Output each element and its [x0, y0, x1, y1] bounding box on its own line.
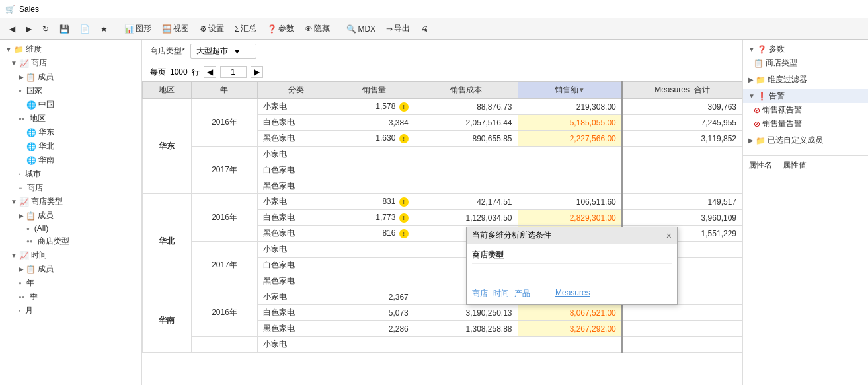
sidebar-item-quarter[interactable]: ●● 季: [0, 290, 141, 304]
sidebar-label-china: 中国: [38, 99, 54, 110]
qty-cell: 1,773 !: [335, 210, 414, 226]
sidebar-item-year[interactable]: ● 年: [0, 276, 141, 290]
col-header-region[interactable]: 地区: [143, 82, 192, 99]
sidebar-label-city: 城市: [25, 168, 41, 180]
params-button[interactable]: ❓ 参数: [263, 22, 298, 36]
item-icon-month: ▪: [19, 308, 20, 314]
sidebar-item-month[interactable]: ▪ 月: [0, 304, 141, 318]
sidebar-item-dimensions[interactable]: ▼ 📁 维度: [0, 42, 141, 56]
save2-button[interactable]: 📄: [76, 23, 94, 35]
sidebar-item-time-member[interactable]: ▶ 📋 成员: [0, 262, 141, 276]
category-cell: 小家电: [258, 242, 335, 258]
sidebar-item-city[interactable]: ▪ 城市: [0, 167, 141, 181]
forward-button[interactable]: ▶: [22, 23, 36, 35]
sidebar-item-country[interactable]: ● 国家: [0, 84, 141, 98]
summary-button[interactable]: Σ 汇总: [231, 22, 260, 36]
chart-icon: 📊: [124, 24, 134, 34]
popup-col-time[interactable]: 时间: [493, 288, 509, 299]
sidebar-item-sales-alert[interactable]: ⊘ 销售额告警: [743, 103, 868, 117]
sidebar-item-huabei[interactable]: 🌐 华北: [0, 139, 141, 153]
shoptype-select[interactable]: 大型超市 ▼: [190, 44, 256, 59]
sidebar-item-china[interactable]: 🌐 中国: [0, 98, 141, 112]
sales-cell: 219,308.00: [518, 99, 622, 115]
category-cell: 黑色家电: [258, 273, 335, 289]
cost-cell: 3,190,250.13: [414, 305, 518, 321]
col-header-sales[interactable]: 销售额▼: [518, 82, 622, 99]
sidebar-label-shoptype: 商店类型: [31, 196, 63, 207]
filter-bar: 商店类型* 大型超市 ▼: [142, 40, 742, 63]
sidebar-item-huadong[interactable]: 🌐 华东: [0, 125, 141, 139]
save-button[interactable]: 💾: [56, 23, 73, 35]
folder-icon-custom: 📁: [756, 136, 766, 145]
total-cell: 7,245,955: [622, 115, 742, 131]
sidebar-item-huanan[interactable]: 🌐 华南: [0, 153, 141, 167]
sidebar-item-params[interactable]: ▼ ❓ 参数: [743, 42, 868, 56]
app-icon: 🛒: [5, 5, 15, 14]
sidebar-item-region[interactable]: ●● 地区: [0, 112, 141, 125]
popup-col-product[interactable]: 产品: [514, 288, 530, 299]
dotdot-icon-st: ●●: [26, 238, 33, 244]
total-cell: 309,763: [622, 99, 742, 115]
export-button[interactable]: ⇒ 导出: [382, 22, 414, 36]
chart-button[interactable]: 📊 图形: [120, 22, 155, 36]
table-wrapper: 地区 年 分类 销售量 销售成本 销售额▼ Measures_合计 华东 201…: [142, 81, 742, 385]
sort-icon: ▼: [578, 87, 585, 94]
sidebar-label-shoptype-member: 成员: [38, 210, 54, 221]
refresh-button[interactable]: ↻: [38, 23, 53, 35]
print-icon: 🖨: [420, 24, 428, 34]
sidebar-item-custom-member[interactable]: ▶ 📁 已选自定义成员: [743, 133, 868, 147]
center-content: 商店类型* 大型超市 ▼ 每页 1000 行 ◀ ▶ 地区 年 分类: [142, 40, 742, 385]
sidebar-label-month: 月: [25, 305, 33, 316]
app-title: Sales: [19, 5, 39, 14]
sidebar-item-shop[interactable]: ▼ 📈 商店: [0, 56, 141, 70]
params-icon: ❓: [267, 24, 277, 34]
expand-icon-custom: ▶: [748, 137, 754, 144]
sidebar-item-shoptype-member[interactable]: ▶ 📋 成员: [0, 209, 141, 223]
hidden-button[interactable]: 👁 隐藏: [301, 22, 334, 36]
col-header-year[interactable]: 年: [191, 82, 257, 99]
sidebar-label-huadong: 华东: [38, 127, 54, 138]
sidebar-item-shoptype-param[interactable]: 📋 商店类型: [743, 56, 868, 70]
back-button[interactable]: ◀: [5, 23, 19, 35]
popup-col-shop[interactable]: 商店: [472, 288, 488, 299]
popup-section: 商店类型: [472, 250, 672, 264]
col-header-total[interactable]: Measures_合计: [622, 82, 742, 99]
mdx-button[interactable]: 🔍 MDX: [342, 23, 379, 35]
star-button[interactable]: ★: [97, 23, 112, 35]
table-row: 华东 2016年 小家电 1,578 ! 88,876.73 219,308.0…: [143, 99, 742, 115]
dot-icon-year: ●: [19, 280, 22, 286]
popup-close-button[interactable]: ×: [666, 230, 672, 241]
member-icon-sm: 📋: [26, 211, 36, 221]
category-cell: 小家电: [258, 289, 335, 305]
sales-cell-highlight: 5,185,055.00: [518, 115, 622, 131]
print-button[interactable]: 🖨: [416, 23, 432, 35]
total-cell: [622, 321, 742, 337]
col-header-category[interactable]: 分类: [258, 82, 335, 99]
col-header-cost[interactable]: 销售成本: [414, 82, 518, 99]
col-header-qty[interactable]: 销售量: [335, 82, 414, 99]
sidebar-item-qty-alert[interactable]: ⊘ 销售量告警: [743, 117, 868, 131]
sidebar-item-shop-member[interactable]: ▶ 📋 成员: [0, 70, 141, 84]
no-icon-qty: ⊘: [754, 120, 760, 129]
sidebar-item-shoptype[interactable]: ▼ 📈 商店类型: [0, 195, 141, 209]
sidebar-label-shop: 商店: [31, 57, 47, 69]
sidebar-item-shoptype-val[interactable]: ●● 商店类型: [0, 234, 141, 248]
page-prev-button[interactable]: ◀: [204, 66, 216, 78]
popup-col-measures[interactable]: Measures: [555, 288, 590, 299]
total-cell: 149,517: [622, 194, 742, 210]
sidebar-item-dim-filter[interactable]: ▶ 📁 维度过滤器: [743, 73, 868, 87]
page-input[interactable]: [220, 66, 247, 78]
sidebar-item-time[interactable]: ▼ 📈 时间: [0, 248, 141, 262]
sidebar-item-all[interactable]: ● (All): [0, 223, 141, 234]
property-value-label: 属性值: [783, 160, 807, 171]
settings-button[interactable]: ⚙ 设置: [196, 22, 228, 36]
sidebar-item-alerts[interactable]: ▼ ❗ 告警: [743, 89, 868, 103]
params-icon-sidebar: ❓: [757, 45, 767, 54]
view-button[interactable]: 🪟 视图: [158, 22, 193, 36]
page-next-button[interactable]: ▶: [251, 66, 263, 78]
sales-cell-highlight: 2,227,566.00: [518, 131, 622, 147]
sidebar-item-store[interactable]: ▪▪ 商店: [0, 181, 141, 195]
right-sidebar: ▼ ❓ 参数 📋 商店类型 ▶ 📁 维度过滤器 ▼ ❗ 告警 ⊘ 销售额告警 ⊘…: [742, 40, 868, 385]
qty-cell: 1,630 !: [335, 131, 414, 147]
category-cell: 黑色家电: [258, 226, 335, 242]
